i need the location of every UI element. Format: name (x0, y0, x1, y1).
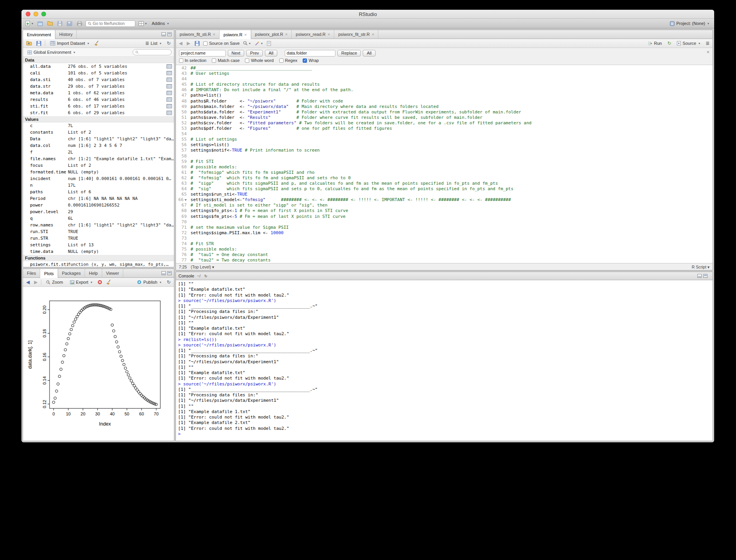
refresh-environment-icon[interactable]: ↻ (166, 40, 171, 46)
line-number[interactable]: 65 (176, 192, 191, 197)
code-line-text[interactable] (191, 131, 713, 137)
find-prev-button[interactable]: Prev (246, 50, 263, 57)
tab-environment[interactable]: Environment (23, 30, 55, 39)
console-refresh-icon[interactable]: ↻ (203, 274, 208, 279)
close-tab-icon[interactable]: × (213, 32, 215, 37)
line-number[interactable]: 51 (176, 115, 191, 120)
code-line-text[interactable]: paths$data.folder <- "Experiment1" # Fol… (191, 110, 713, 115)
code-line-text[interactable]: ##______________________________________… (191, 65, 713, 71)
code-line-text[interactable]: # User settings (191, 71, 713, 76)
line-number[interactable]: 42 (176, 65, 191, 71)
code-line-text[interactable]: # possible models: (191, 247, 713, 252)
line-number[interactable]: 74 (176, 241, 191, 247)
line-number[interactable]: 48 (176, 99, 191, 104)
zoom-window-button[interactable] (41, 12, 46, 16)
minimize-pane-icon[interactable] (161, 32, 166, 36)
line-number[interactable]: 71 (176, 225, 191, 230)
line-number[interactable]: 55 (176, 137, 191, 142)
line-number[interactable]: 66 (176, 197, 191, 203)
line-number[interactable]: 54 (176, 131, 191, 137)
tab-packages[interactable]: Packages (58, 269, 85, 277)
replace-all-button[interactable]: All (363, 50, 375, 57)
scope-selector[interactable]: (Top Level) ▾ (191, 265, 214, 269)
find-replace-icon[interactable]: ▾ (242, 41, 251, 46)
open-file-icon[interactable] (46, 21, 54, 26)
find-option-wrap[interactable]: ✓Wrap (303, 58, 319, 63)
compile-report-icon[interactable] (266, 41, 272, 46)
find-input[interactable] (179, 50, 226, 57)
publish-menu[interactable]: Publish▾ (135, 279, 163, 285)
line-number[interactable]: 53 (176, 126, 191, 131)
source-on-save-checkbox[interactable]: Source on Save (203, 41, 239, 46)
code-line-text[interactable] (191, 236, 713, 241)
addins-menu[interactable]: Addins▾ (150, 20, 171, 26)
code-line-text[interactable]: paths=list() (191, 93, 713, 98)
view-data-icon[interactable] (167, 71, 172, 75)
new-project-icon[interactable] (37, 21, 44, 26)
pane-layout-icon[interactable]: ▾ (138, 21, 147, 26)
find-option-in-selection[interactable]: In selection (179, 58, 207, 63)
tab-viewer[interactable]: Viewer (102, 269, 123, 277)
environment-search-input[interactable] (140, 50, 168, 55)
env-row-focus[interactable]: focusList of 2 (23, 162, 174, 169)
load-workspace-icon[interactable] (25, 41, 33, 46)
env-row-cali[interactable]: cali101 obs. of 5 variables (23, 70, 174, 76)
env-row-incident[interactable]: incidentnum [1:40] 0.000161 0.000161 0.0… (23, 175, 174, 182)
project-menu[interactable]: R Project: (None)▾ (668, 20, 711, 27)
line-number[interactable]: 73 (176, 236, 191, 241)
find-option-match-case[interactable]: Match case (212, 58, 239, 63)
code-line-text[interactable] (191, 219, 713, 225)
close-tab-icon[interactable]: × (372, 32, 374, 37)
back-icon[interactable]: ◀ (178, 40, 183, 46)
tab-psiworx-fit-sti-r[interactable]: psiworx_fit_sti.R× (176, 30, 220, 39)
line-number[interactable]: 44 (176, 76, 191, 82)
view-data-icon[interactable] (167, 64, 172, 69)
env-row-sti-fit[interactable]: sti.fit6 obs. of 17 variables (23, 103, 174, 110)
code-line-text[interactable]: # "fofmsig" which fits fo fm and sigmaPS… (191, 175, 713, 181)
line-number[interactable]: 75 (176, 247, 191, 252)
env-row-str-fit[interactable]: str.fit6 obs. of 29 variables (23, 110, 174, 116)
import-dataset-menu[interactable]: Import Dataset▾ (48, 40, 91, 46)
console-working-directory[interactable]: ~/ (197, 274, 200, 278)
line-number[interactable]: 77 (176, 258, 191, 263)
line-number[interactable]: 62 (176, 175, 191, 181)
env-row-run-sti[interactable]: run.STITRUE (23, 228, 174, 235)
line-number[interactable]: 58 (176, 154, 191, 159)
line-number[interactable]: 43 (176, 71, 191, 76)
code-line-text[interactable]: # Fit STI (191, 159, 713, 164)
tab-plots[interactable]: Plots (40, 269, 58, 278)
export-menu[interactable]: Export▾ (68, 279, 94, 285)
env-row-all-data[interactable]: all.data276 obs. of 5 variables (23, 63, 174, 70)
goto-file-box[interactable] (85, 20, 135, 27)
code-line-text[interactable]: # "tau1" = One decay constant (191, 252, 713, 258)
code-line-text[interactable]: settings$sigma.PSII.max.lim <- 10000 (191, 230, 713, 236)
close-tab-icon[interactable]: × (244, 32, 247, 37)
save-source-icon[interactable] (194, 41, 200, 46)
line-number[interactable]: 68 (176, 208, 191, 214)
file-type-selector[interactable]: R Script ▾ (692, 265, 709, 269)
source-button[interactable]: Source▾ (675, 40, 702, 46)
tab-history[interactable]: History (55, 30, 77, 39)
save-all-icon[interactable] (66, 21, 73, 26)
find-next-button[interactable]: Next (228, 50, 245, 57)
env-row-f[interactable]: f2L (23, 149, 174, 155)
code-line-text[interactable]: settings$fo_pts<-1 # Fo = mean of first … (191, 208, 713, 214)
rerun-icon[interactable]: ↻ (667, 40, 672, 46)
line-number[interactable]: 72 (176, 230, 191, 236)
tab-psiworx-fit-str-r[interactable]: psiworx_fit_str.R× (334, 30, 378, 39)
code-line-text[interactable]: paths$pdf.folder <- "Figures" # one for … (191, 126, 713, 131)
code-line-text[interactable]: paths$save.folder <- "Results" # Folder … (191, 115, 713, 120)
minimize-pane-icon[interactable] (161, 271, 166, 275)
env-row-paths[interactable]: pathsList of 6 (23, 189, 174, 195)
line-number[interactable]: 50 (176, 110, 191, 115)
remove-plot-icon[interactable] (97, 279, 103, 285)
code-line-text[interactable]: settings$sti_model<-"fofmsig" ######## <… (191, 197, 713, 203)
tab-psiworx-plot-r[interactable]: psiworx_plot.R× (251, 30, 292, 39)
find-option-regex[interactable]: Regex (279, 58, 298, 63)
code-line-text[interactable]: # List of settings (191, 137, 713, 142)
next-plot-icon[interactable]: ▶ (33, 279, 38, 285)
print-icon[interactable] (76, 21, 83, 26)
code-line-text[interactable]: # possible models: (191, 164, 713, 170)
env-row-data-sti[interactable]: data.sti40 obs. of 7 variables (23, 76, 174, 83)
env-row-constants[interactable]: constantsList of 2 (23, 129, 174, 136)
